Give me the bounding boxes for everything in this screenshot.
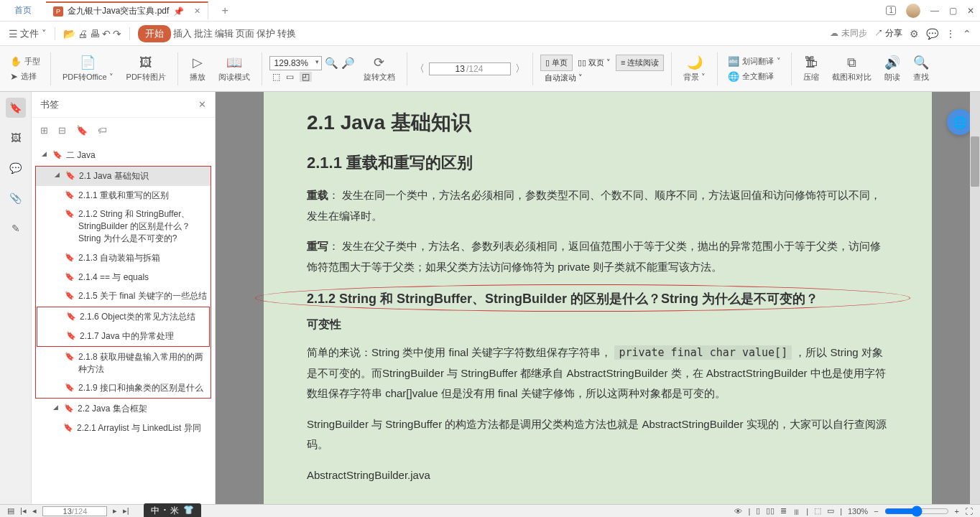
actual-size-icon[interactable]: ◰ (300, 72, 312, 82)
menu-page[interactable]: 页面 (236, 27, 254, 40)
feedback-icon[interactable]: 💬 (926, 28, 938, 39)
document-viewport[interactable]: 2.1 Java 基础知识 2.1.1 重载和重写的区别 重载： 发生在同一个类… (216, 92, 980, 504)
close-panel-icon[interactable]: ✕ (198, 99, 206, 110)
bm-2-1-6[interactable]: 🔖2.1.6 Object类的常见方法总结 (37, 307, 209, 327)
bm-2-1-3[interactable]: 🔖2.1.3 自动装箱与拆箱 (36, 248, 211, 268)
bm-2-1-4[interactable]: 🔖2.1.4 == 与 equals (36, 268, 211, 287)
read-mode[interactable]: 📖阅读模式 (214, 52, 254, 85)
bm-2-1[interactable]: ◢🔖2.1 Java 基础知识 (36, 167, 211, 186)
rotate-tool[interactable]: ⟳旋转文档 (359, 52, 399, 85)
bookmarks-tab-icon[interactable]: 🔖 (6, 98, 26, 118)
tab-home[interactable]: 首页 (0, 0, 46, 21)
scrollbar-track[interactable] (970, 92, 980, 504)
notification-badge[interactable]: 1 (886, 6, 896, 15)
menu-insert[interactable]: 插入 (173, 27, 192, 40)
doc-h2-2: 2.1.2 String 和 StringBuffer、StringBuilde… (307, 290, 889, 307)
doc-name: 金九银十Java突击宝典.pdf (68, 5, 169, 17)
doc-p4: StringBuilder 与 StringBuffer 的构造方法都是调用父类… (307, 414, 889, 455)
menu-icon[interactable]: ☰ (9, 28, 18, 39)
bm-2-1-2[interactable]: 🔖2.1.2 String 和 StringBuffer、StringBuild… (36, 205, 211, 248)
bm-2-2-1[interactable]: 🔖2.2.1 Arraylist 与 LinkedList 异同 (34, 419, 212, 438)
zoom-combo[interactable]: 129.83% (269, 56, 322, 70)
word-translate[interactable]: 🔤划词翻译 ˅ (725, 55, 784, 68)
next-page-icon[interactable]: 〉 (515, 62, 525, 75)
zoom-in-icon[interactable]: 🔎 (341, 57, 355, 70)
translate-fab[interactable]: 🌐 (947, 109, 973, 135)
expand-all-icon[interactable]: ⊞ (40, 125, 48, 136)
bm-2-1-8[interactable]: 🔖2.1.8 获取用键盘输入常用的的两种方法 (36, 348, 211, 379)
scrollbar-thumb[interactable] (971, 136, 979, 187)
menu-start[interactable]: 开始 (138, 25, 171, 42)
select-tool[interactable]: ➤选择 (7, 70, 43, 83)
bm-2-2[interactable]: ◢🔖2.2 Java 集合框架 (34, 399, 212, 419)
find-tool[interactable]: 🔍查找 (909, 52, 933, 85)
compress-tool[interactable]: 🗜压缩 (799, 52, 823, 85)
menu-annotate[interactable]: 批注 (194, 27, 213, 40)
doc-p3: 简单的来说：String 类中使用 final 关键字字符数组保存字符串， pr… (307, 343, 889, 404)
page-input[interactable]: 13/124 (429, 62, 511, 75)
comments-tab-icon[interactable]: 💬 (6, 158, 26, 178)
compare-tool[interactable]: ⧉截图和对比 (828, 52, 876, 85)
speak-tool[interactable]: 🔊朗读 (880, 52, 905, 85)
print-icon[interactable]: 🖶 (90, 28, 100, 39)
bm-root[interactable]: ◢🔖二 Java (34, 146, 212, 165)
redo-icon[interactable]: ↷ (113, 28, 121, 39)
fit-page-icon[interactable]: ▭ (286, 72, 294, 82)
thumbnails-tab-icon[interactable]: 🖼 (6, 128, 26, 148)
background-tool[interactable]: 🌙背景 ˅ (679, 52, 710, 85)
bookmark-icon[interactable]: 🔖 (76, 125, 88, 136)
hand-tool[interactable]: ✋手型 (7, 55, 43, 68)
pdf-to-image[interactable]: 🖼PDF转图片 (122, 52, 170, 85)
autoscroll-button[interactable]: 自动滚动 ˅ (540, 73, 664, 83)
save-icon[interactable]: 🖨 (78, 28, 88, 39)
menu-convert[interactable]: 转换 (277, 27, 296, 40)
doc-p5: AbstractStringBuilder.java (307, 465, 889, 486)
doc-p-override: 重写： 发生在父子类中，方法名、参数列表必须相同，返回值范围小于等于父类，抛出的… (307, 236, 889, 277)
doc-p-overload: 重载： 发生在同一个类中，方法名必须相同，参数类型不同、个数不同、顺序不同，方法… (307, 185, 889, 226)
prev-page-icon[interactable]: 〈 (415, 62, 425, 75)
sb-theme-pill[interactable]: 中·米 👕 (144, 503, 201, 504)
double-page-button[interactable]: ▯▯ 双页 ˅ (573, 55, 616, 71)
menu-edit[interactable]: 编辑 (215, 27, 234, 40)
more-icon[interactable]: ⋮ (946, 28, 956, 39)
bookmarks-title: 书签 (40, 98, 59, 111)
open-icon[interactable]: 📂 (63, 28, 75, 39)
attachments-tab-icon[interactable]: 📎 (6, 188, 26, 208)
single-page-button[interactable]: ▯ 单页 (540, 55, 573, 71)
bm-2-1-1[interactable]: 🔖2.1.1 重载和重写的区别 (36, 186, 211, 205)
full-translate[interactable]: 🌐全文翻译 (725, 70, 784, 83)
doc-h2-1: 2.1.1 重载和重写的区别 (307, 152, 889, 174)
tab-document[interactable]: P 金九银十Java突击宝典.pdf 📌 ✕ (46, 1, 208, 19)
pdf-icon: P (53, 6, 63, 17)
zoom-out-icon[interactable]: 🔍 (325, 57, 338, 70)
minimize-icon[interactable]: — (930, 6, 939, 16)
play-button[interactable]: ▷播放 (185, 52, 210, 85)
bm-2-1-7[interactable]: 🔖2.1.7 Java 中的异常处理 (37, 327, 209, 346)
settings-icon[interactable]: ⚙ (910, 28, 919, 39)
avatar[interactable] (906, 4, 920, 18)
doc-h1: 2.1 Java 基础知识 (307, 109, 889, 136)
fit-width-icon[interactable]: ⬚ (272, 72, 280, 82)
file-menu[interactable]: 文件 ˅ (20, 27, 47, 40)
signature-tab-icon[interactable]: ✎ (6, 218, 26, 238)
undo-icon[interactable]: ↶ (102, 28, 111, 39)
bookmark-outline-icon[interactable]: 🏷 (98, 125, 107, 136)
close-tab-icon[interactable]: ✕ (194, 6, 200, 16)
continuous-button[interactable]: ≡ 连续阅读 (616, 55, 664, 71)
add-tab-button[interactable]: + (221, 4, 228, 17)
pdf-to-office[interactable]: 📄PDF转Office ˅ (58, 52, 118, 85)
bm-2-1-9[interactable]: 🔖2.1.9 接口和抽象类的区别是什么 (36, 378, 211, 398)
menu-protect[interactable]: 保护 (256, 27, 275, 40)
doc-h4: 可变性 (307, 317, 889, 332)
close-window-icon[interactable]: ✕ (967, 6, 974, 16)
share-button[interactable]: ↗ 分享 (874, 27, 902, 39)
collapse-ribbon-icon[interactable]: ⌃ (963, 28, 971, 39)
collapse-all-icon[interactable]: ⊟ (58, 125, 66, 136)
pin-icon[interactable]: 📌 (173, 6, 184, 17)
bm-2-1-5[interactable]: 🔖2.1.5 关于 final 关键字的一些总结 (36, 287, 211, 306)
sync-status[interactable]: ☁ 未同步 (830, 27, 866, 39)
maximize-icon[interactable]: ▢ (949, 6, 957, 16)
